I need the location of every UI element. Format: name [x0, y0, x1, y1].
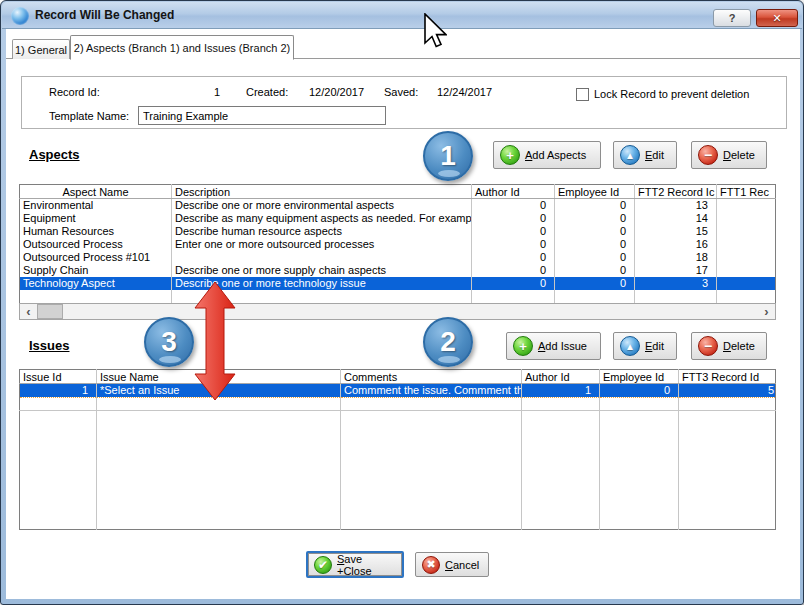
close-button[interactable]: ✕ — [756, 9, 798, 27]
help-button[interactable]: ? — [713, 9, 751, 27]
callout-1-badge: 1 — [423, 131, 473, 181]
cell[interactable]: Describe one or more supply chain aspect… — [172, 264, 472, 277]
record-id-label: Record Id: — [49, 86, 100, 98]
col-ftt3-record-id[interactable]: FTT3 Record Id — [679, 370, 776, 384]
cell[interactable]: 1 — [20, 384, 97, 398]
cell[interactable]: Enter one or more outsourced processes — [172, 238, 472, 251]
aspect-row[interactable]: Human ResourcesDescribe human resource a… — [20, 225, 776, 238]
cell[interactable] — [717, 277, 776, 290]
add-issue-button[interactable]: + Add Issue — [506, 332, 601, 360]
cell[interactable]: 0 — [472, 277, 555, 290]
scrollbar-thumb[interactable] — [37, 304, 63, 319]
cell[interactable]: 0 — [472, 212, 555, 225]
cell[interactable]: 0 — [555, 212, 635, 225]
saved-label: Saved: — [384, 86, 418, 98]
col-author-id[interactable]: Author Id — [522, 370, 600, 384]
aspect-row[interactable]: EquipmentDescribe as many equipment aspe… — [20, 212, 776, 225]
cell[interactable]: 0 — [555, 199, 635, 213]
cell[interactable] — [717, 199, 776, 213]
cell[interactable]: 0 — [555, 277, 635, 290]
cell[interactable]: 16 — [635, 238, 717, 251]
cell[interactable]: 0 — [555, 264, 635, 277]
issue-row-selected[interactable]: 1 *Select an Issue Commment the issue. C… — [20, 384, 776, 398]
template-name-input[interactable] — [138, 106, 386, 125]
cell[interactable]: 0 — [600, 384, 679, 398]
aspect-row[interactable]: Outsourced ProcessEnter one or more outs… — [20, 238, 776, 251]
cell[interactable]: 14 — [635, 212, 717, 225]
titlebar[interactable]: Record Will Be Changed ? ✕ — [2, 2, 802, 29]
cell[interactable]: 0 — [472, 251, 555, 264]
cell[interactable]: 15 — [635, 225, 717, 238]
cell[interactable]: Equipment — [20, 212, 172, 225]
edit-issue-button[interactable]: ▲ Edit — [613, 332, 677, 360]
col-employee-id[interactable]: Employee Id — [555, 185, 635, 199]
cell[interactable]: Commment the issue. Commment the — [341, 384, 522, 398]
cell[interactable]: Human Resources — [20, 225, 172, 238]
window-title: Record Will Be Changed — [35, 8, 174, 22]
cell[interactable]: 13 — [635, 199, 717, 213]
cell[interactable] — [717, 238, 776, 251]
cell[interactable]: 18 — [635, 251, 717, 264]
issues-heading: Issues — [29, 338, 69, 353]
cell[interactable]: 0 — [555, 251, 635, 264]
add-aspects-button[interactable]: + Add Aspects — [493, 141, 601, 169]
tab-general[interactable]: 1) General — [12, 39, 70, 59]
edit-icon: ▲ — [620, 145, 640, 165]
cell[interactable] — [172, 251, 472, 264]
scroll-right-icon[interactable]: › — [758, 304, 775, 319]
delete-issue-button[interactable]: − Delete — [691, 332, 767, 360]
cell[interactable]: 3 — [635, 277, 717, 290]
close-icon: ✕ — [772, 12, 781, 25]
edit-issue-label: Edit — [645, 340, 664, 352]
col-author-id[interactable]: Author Id — [472, 185, 555, 199]
col-ftt2-record-id[interactable]: FTT2 Record Ic — [635, 185, 717, 199]
app-globe-icon — [11, 7, 29, 25]
aspect-row[interactable]: EnvironmentalDescribe one or more enviro… — [20, 199, 776, 213]
col-description[interactable]: Description — [172, 185, 472, 199]
issues-header-row: Issue Id Issue Name Comments Author Id E… — [20, 370, 776, 384]
cell[interactable]: 1 — [522, 384, 600, 398]
col-aspect-name[interactable]: Aspect Name — [20, 185, 172, 199]
cell[interactable]: 0 — [472, 238, 555, 251]
aspect-row[interactable]: Supply ChainDescribe one or more supply … — [20, 264, 776, 277]
aspects-hscrollbar[interactable]: ‹ › — [19, 303, 776, 320]
edit-aspect-button[interactable]: ▲ Edit — [613, 141, 677, 169]
cell[interactable]: 0 — [472, 264, 555, 277]
cell[interactable] — [717, 212, 776, 225]
cell[interactable]: 0 — [472, 225, 555, 238]
cell[interactable] — [717, 225, 776, 238]
cell[interactable] — [717, 264, 776, 277]
cell[interactable]: Outsourced Process #101 — [20, 251, 172, 264]
cell[interactable]: Outsourced Process — [20, 238, 172, 251]
cell[interactable]: Describe as many equipment aspects as ne… — [172, 212, 472, 225]
cell[interactable]: 0 — [555, 238, 635, 251]
cell[interactable]: Describe one or more environmental aspec… — [172, 199, 472, 213]
col-employee-id[interactable]: Employee Id — [600, 370, 679, 384]
tab-aspects-issues[interactable]: 2) Aspects (Branch 1) and Issues (Branch… — [70, 35, 294, 60]
cell[interactable]: 0 — [555, 225, 635, 238]
created-label: Created: — [246, 86, 288, 98]
col-issue-id[interactable]: Issue Id — [20, 370, 97, 384]
aspect-row-selected[interactable]: Technology AspectDescribe one or more te… — [20, 277, 776, 290]
cell[interactable]: Supply Chain — [20, 264, 172, 277]
lock-record-checkbox[interactable] — [576, 88, 589, 101]
save-close-button[interactable]: ✔ Save +Close — [306, 551, 404, 578]
scroll-left-icon[interactable]: ‹ — [20, 304, 37, 319]
cell[interactable] — [717, 251, 776, 264]
cell[interactable]: Environmental — [20, 199, 172, 213]
cell[interactable]: 0 — [472, 199, 555, 213]
cell[interactable]: 17 — [635, 264, 717, 277]
add-aspects-label: Add Aspects — [525, 149, 586, 161]
cell[interactable]: Describe human resource aspects — [172, 225, 472, 238]
aspect-row[interactable]: Outsourced Process #1010018 — [20, 251, 776, 264]
cell[interactable]: Technology Aspect — [20, 277, 172, 290]
cancel-button[interactable]: ✖ Cancel — [415, 552, 489, 577]
cell[interactable]: 5 — [679, 384, 776, 398]
issues-grid: Issue Id Issue Name Comments Author Id E… — [19, 369, 776, 530]
col-comments[interactable]: Comments — [341, 370, 522, 384]
add-icon: + — [500, 145, 520, 165]
dialog-window: Record Will Be Changed ? ✕ 1) General 2)… — [0, 0, 804, 605]
delete-aspect-button[interactable]: − Delete — [691, 141, 767, 169]
col-ftt1-record[interactable]: FTT1 Rec — [717, 185, 776, 199]
cancel-label: Cancel — [445, 559, 479, 571]
